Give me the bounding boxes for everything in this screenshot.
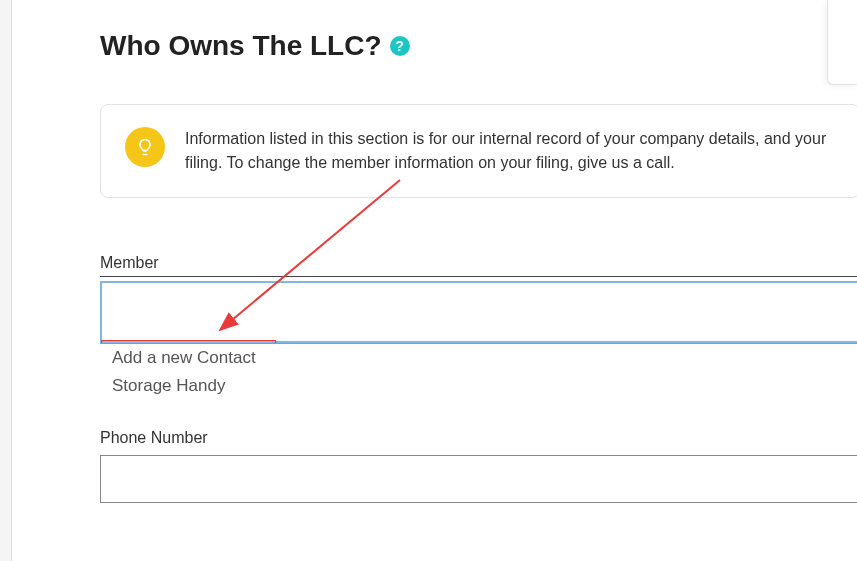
phone-label: Phone Number: [100, 429, 857, 451]
phone-input[interactable]: [100, 455, 857, 503]
page-title: Who Owns The LLC?: [100, 30, 382, 62]
help-icon[interactable]: ?: [390, 36, 410, 56]
sidebar-edge: [0, 0, 12, 561]
member-dropdown-list: Add a new Contact Storage Handy: [100, 343, 857, 400]
member-input[interactable]: [100, 281, 857, 343]
member-dropdown: Add a new Contact Storage Handy: [100, 281, 857, 343]
info-card: Information listed in this section is fo…: [100, 104, 857, 198]
member-label: Member: [100, 254, 857, 277]
lightbulb-icon: [125, 127, 165, 167]
dropdown-option-storage-handy[interactable]: Storage Handy: [100, 372, 857, 400]
dropdown-option-add-contact[interactable]: Add a new Contact: [100, 344, 857, 372]
top-panel-fragment: [827, 0, 857, 85]
main-content: Who Owns The LLC? ? Information listed i…: [0, 0, 857, 503]
title-row: Who Owns The LLC? ?: [100, 30, 857, 62]
info-text: Information listed in this section is fo…: [185, 127, 835, 175]
